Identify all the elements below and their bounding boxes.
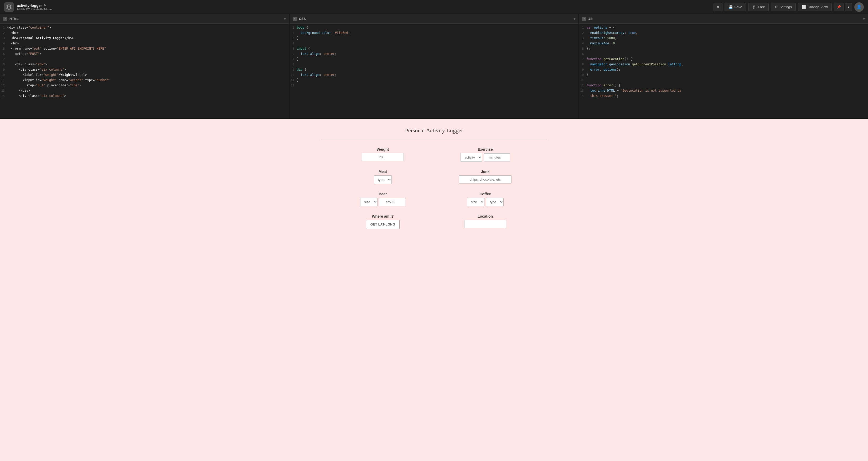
code-line: 3 <h5>Personal Activity Logger</h5> bbox=[0, 36, 289, 41]
exercise-activity-select[interactable]: activity bbox=[461, 153, 482, 162]
exercise-row: activity bbox=[461, 153, 510, 162]
avatar-button[interactable]: 👤 bbox=[854, 2, 864, 12]
line-number: 8 bbox=[579, 62, 586, 67]
beer-abv-input[interactable] bbox=[379, 198, 405, 206]
line-content bbox=[297, 83, 579, 88]
location-input[interactable] bbox=[464, 220, 506, 228]
preview-area: Personal Activity Logger Weight Exercise… bbox=[0, 119, 868, 461]
code-line: 11 bbox=[579, 78, 868, 83]
line-content: } bbox=[297, 57, 579, 62]
code-line: 7function getLocation() { bbox=[579, 57, 868, 62]
code-line: 2 background-color: #ffe6e6; bbox=[289, 30, 579, 36]
code-line: 13 </div> bbox=[0, 88, 289, 94]
settings-button[interactable]: ⚙ Settings bbox=[771, 3, 796, 11]
code-line: 14 <div class="six columns"> bbox=[0, 94, 289, 99]
css-editor-title: CSS bbox=[299, 17, 574, 21]
code-line: 10 <label for="weight">Weight</label> bbox=[0, 72, 289, 78]
edit-pen-icon[interactable]: ✎ bbox=[43, 4, 46, 7]
coffee-field: Coffee size type bbox=[444, 192, 526, 206]
code-line: 4 maximumAge: 0 bbox=[579, 41, 868, 46]
line-content: input { bbox=[297, 46, 579, 52]
js-editor-body[interactable]: 1var options = {2 enableHighAccuracy: tr… bbox=[579, 24, 868, 118]
js-expand-icon[interactable]: ▾ bbox=[863, 17, 865, 21]
code-line: 6 bbox=[579, 52, 868, 57]
get-lat-long-button[interactable]: GET LAT-LONG bbox=[366, 220, 400, 229]
pen-title: activity-logger ✎ A PEN BY Elizabeth Ada… bbox=[17, 3, 52, 11]
code-line: 9div { bbox=[289, 67, 579, 72]
code-line: 2 enableHighAccuracy: true, bbox=[579, 30, 868, 36]
html-editor-header: ✦ HTML ▾ bbox=[0, 14, 289, 24]
line-number: 5 bbox=[579, 46, 586, 52]
code-line: 12 bbox=[289, 83, 579, 88]
fork-button[interactable]: 🍴 Fork bbox=[748, 3, 769, 11]
line-content: } bbox=[297, 78, 579, 83]
code-line: 11} bbox=[289, 78, 579, 83]
pin-button[interactable]: 📌 bbox=[834, 3, 844, 11]
html-expand-icon[interactable]: ▾ bbox=[284, 17, 286, 21]
line-number: 10 bbox=[0, 72, 7, 78]
location-field: Location bbox=[444, 214, 526, 229]
heart-button[interactable]: ♥ bbox=[714, 3, 722, 11]
line-content bbox=[7, 57, 289, 62]
html-editor-body[interactable]: 1<div class="container">2 <br>3 <h5>Pers… bbox=[0, 24, 289, 118]
css-expand-icon[interactable]: ▾ bbox=[574, 17, 575, 21]
line-number: 1 bbox=[579, 25, 586, 30]
line-number: 6 bbox=[289, 52, 297, 57]
beer-label: Beer bbox=[378, 192, 387, 196]
junk-field: Junk bbox=[444, 170, 526, 184]
line-content: method="POST"> bbox=[7, 52, 289, 57]
html-icon: ✦ bbox=[3, 17, 7, 21]
line-number: 11 bbox=[289, 78, 297, 83]
code-line: 9 error, options); bbox=[579, 67, 868, 72]
code-line: 8 navigator.geolocation.getCurrentPositi… bbox=[579, 62, 868, 67]
coffee-type-select[interactable]: type bbox=[486, 198, 504, 206]
line-content: <label for="weight">Weight</label> bbox=[7, 72, 289, 78]
code-line: 4 <hr> bbox=[0, 41, 289, 46]
beer-field: Beer size bbox=[342, 192, 424, 206]
js-editor-title: JS bbox=[588, 17, 863, 21]
line-content: function getLocation() { bbox=[586, 57, 868, 62]
chevron-button[interactable]: ▾ bbox=[845, 3, 852, 11]
code-line: 11 <input id="weight" name="weight" type… bbox=[0, 78, 289, 83]
line-number: 14 bbox=[0, 94, 7, 99]
code-line: 2 <br> bbox=[0, 30, 289, 36]
line-content: <br> bbox=[7, 30, 289, 36]
code-line: 1body { bbox=[289, 25, 579, 30]
coffee-size-select[interactable]: size bbox=[467, 198, 485, 206]
js-editor-header: ✦ JS ▾ bbox=[579, 14, 868, 24]
settings-icon: ⚙ bbox=[775, 5, 778, 9]
line-content: <div class="six columns"> bbox=[7, 94, 289, 99]
code-line: 12function error() { bbox=[579, 83, 868, 88]
line-content: enableHighAccuracy: true, bbox=[586, 30, 868, 36]
line-content: <h5>Personal Activity Logger</h5> bbox=[7, 36, 289, 41]
code-line: 13 loc.innerHTML = "Geolocation is not s… bbox=[579, 88, 868, 94]
code-line: 10} bbox=[579, 72, 868, 78]
line-content: body { bbox=[297, 25, 579, 30]
where-am-i-field: Where am I? GET LAT-LONG bbox=[342, 214, 424, 229]
css-editor-body[interactable]: 1body {2 background-color: #ffe6e6;3}45i… bbox=[289, 24, 579, 118]
meat-label: Meat bbox=[378, 170, 387, 174]
beer-size-select[interactable]: size bbox=[360, 198, 377, 206]
line-content: loc.innerHTML = "Geolocation is not supp… bbox=[586, 88, 868, 94]
line-content bbox=[586, 52, 868, 57]
line-content: text-align: center; bbox=[297, 52, 579, 57]
line-content: function error() { bbox=[586, 83, 868, 88]
code-line: 1<div class="container"> bbox=[0, 25, 289, 30]
where-am-i-label: Where am I? bbox=[372, 214, 394, 219]
line-content: <hr> bbox=[7, 41, 289, 46]
code-line: 3 timeout: 5000, bbox=[579, 36, 868, 41]
line-number: 12 bbox=[579, 83, 586, 88]
location-label: Location bbox=[477, 214, 493, 219]
change-view-button[interactable]: ⬜ Change View bbox=[798, 3, 832, 11]
exercise-minutes-input[interactable] bbox=[484, 153, 510, 161]
weight-input[interactable] bbox=[362, 153, 404, 161]
code-line: 14 this browser."; bbox=[579, 94, 868, 99]
pen-logo bbox=[4, 2, 14, 12]
meat-type-select[interactable]: type bbox=[374, 175, 392, 184]
line-number: 14 bbox=[579, 94, 586, 99]
preview-title: Personal Activity Logger bbox=[405, 127, 463, 134]
junk-input[interactable] bbox=[459, 175, 512, 184]
line-content: <form name="pal" action="ENTER API ENDPO… bbox=[7, 46, 289, 52]
save-button[interactable]: 💾 Save bbox=[724, 3, 746, 11]
line-content: var options = { bbox=[586, 25, 868, 30]
